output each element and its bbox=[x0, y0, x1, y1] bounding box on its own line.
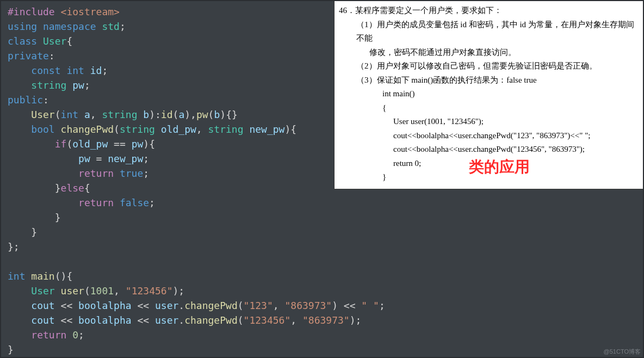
problem-title: 46．某程序需要定义一个用户类，要求如下： bbox=[339, 4, 639, 18]
problem-req-1a: （1）用户类的成员变量包括 id 和密码，其中 id 为常量，在用户对象生存期间… bbox=[339, 18, 639, 46]
problem-code-line: cout<<boolalpha<<user.changePwd("123", "… bbox=[339, 129, 639, 143]
keyword-include: #include bbox=[8, 6, 55, 17]
problem-req-1b: 修改，密码不能通过用户对象直接访问。 bbox=[339, 46, 639, 60]
problem-code-line: int main() bbox=[339, 87, 639, 101]
problem-req-3: （3）保证如下 main()函数的执行结果为：false true bbox=[339, 73, 639, 88]
problem-code-line: cout<<boolalpha<<user.changePwd("123456"… bbox=[339, 143, 639, 157]
problem-code-line: User user(1001, "123456"); bbox=[339, 115, 639, 129]
problem-code-line: { bbox=[339, 101, 639, 115]
caption-text: 类的应用 bbox=[469, 157, 530, 177]
watermark-text: @51CTO博客 bbox=[604, 348, 641, 356]
problem-req-2: （2）用户对象可以修改自己密码，但需要先验证旧密码是否正确。 bbox=[339, 59, 639, 73]
